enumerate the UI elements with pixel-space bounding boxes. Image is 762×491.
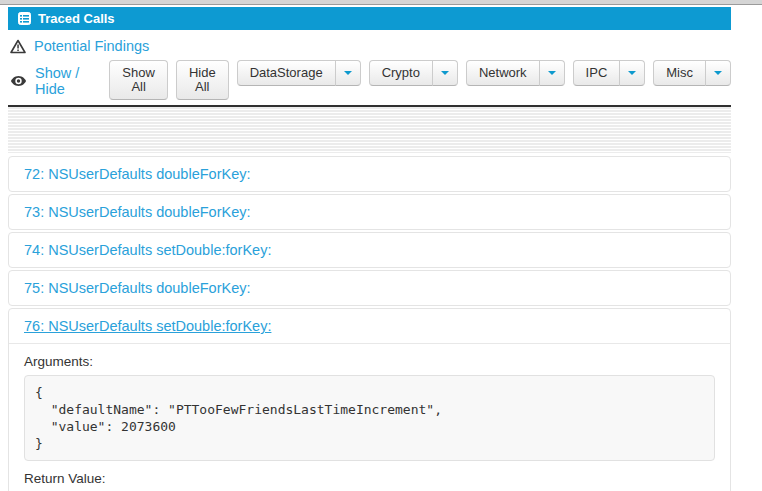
crypto-button-group: Crypto xyxy=(369,60,458,86)
eye-icon xyxy=(10,75,27,87)
warning-triangle-icon xyxy=(10,39,26,54)
traced-calls-panel: Traced Calls Potential Findings Show / H… xyxy=(8,7,731,491)
misc-button[interactable]: Misc xyxy=(653,60,706,86)
caret-down-icon xyxy=(344,71,352,75)
arguments-value: { "defaultName": "PTTooFewFriendsLastTim… xyxy=(24,375,715,461)
potential-findings-link[interactable]: Potential Findings xyxy=(34,38,149,54)
call-link-75[interactable]: 75: NSUserDefaults doubleForKey: xyxy=(24,280,250,296)
misc-button-group: Misc xyxy=(653,60,731,86)
return-value-label: Return Value: xyxy=(24,471,715,486)
ipc-dropdown-toggle[interactable] xyxy=(619,60,645,86)
datastorage-button-group: DataStorage xyxy=(237,60,361,86)
call-row-74: 74: NSUserDefaults setDouble:forKey: xyxy=(8,232,731,268)
call-link-72[interactable]: 72: NSUserDefaults doubleForKey: xyxy=(24,166,250,182)
crypto-dropdown-toggle[interactable] xyxy=(432,60,458,86)
call-link-73[interactable]: 73: NSUserDefaults doubleForKey: xyxy=(24,204,250,220)
traced-calls-header: Traced Calls xyxy=(8,7,731,30)
crypto-button[interactable]: Crypto xyxy=(369,60,433,86)
filter-toolbar: Show AllHide AllDataStorageCryptoNetwork… xyxy=(109,60,731,100)
caret-down-icon xyxy=(628,71,636,75)
call-row-73: 73: NSUserDefaults doubleForKey: xyxy=(8,194,731,230)
show-hide-row: Show / Hide Show AllHide AllDataStorageC… xyxy=(8,60,731,100)
misc-dropdown-toggle[interactable] xyxy=(705,60,731,86)
call-row-76: 76: NSUserDefaults setDouble:forKey: Arg… xyxy=(8,308,731,491)
call-row-header: 73: NSUserDefaults doubleForKey: xyxy=(9,195,730,229)
call-row-header: 74: NSUserDefaults setDouble:forKey: xyxy=(9,233,730,267)
window-top-strip xyxy=(0,0,762,5)
show-all-button[interactable]: Show All xyxy=(109,60,168,100)
datastorage-button[interactable]: DataStorage xyxy=(237,60,336,86)
call-row-header: 75: NSUserDefaults doubleForKey: xyxy=(9,271,730,305)
ipc-button-group: IPC xyxy=(573,60,646,86)
show-hide-link[interactable]: Show / Hide xyxy=(35,65,109,97)
network-button[interactable]: Network xyxy=(466,60,540,86)
collapsed-calls-region xyxy=(8,107,731,153)
list-icon xyxy=(18,12,31,25)
traced-calls-list: 72: NSUserDefaults doubleForKey:73: NSUs… xyxy=(8,156,731,491)
network-button-group: Network xyxy=(466,60,565,86)
call-link-76[interactable]: 76: NSUserDefaults setDouble:forKey: xyxy=(24,318,271,334)
arguments-label: Arguments: xyxy=(24,354,715,369)
caret-down-icon xyxy=(548,71,556,75)
caret-down-icon xyxy=(441,71,449,75)
panel-title: Traced Calls xyxy=(38,11,115,26)
hide-all-button[interactable]: Hide All xyxy=(176,60,229,100)
call-row-header: 72: NSUserDefaults doubleForKey: xyxy=(9,157,730,191)
show-hide-left: Show / Hide xyxy=(10,60,109,97)
datastorage-dropdown-toggle[interactable] xyxy=(335,60,361,86)
call-link-74[interactable]: 74: NSUserDefaults setDouble:forKey: xyxy=(24,242,271,258)
call-details: Arguments: { "defaultName": "PTTooFewFri… xyxy=(9,343,730,491)
call-row-72: 72: NSUserDefaults doubleForKey: xyxy=(8,156,731,192)
call-row-75: 75: NSUserDefaults doubleForKey: xyxy=(8,270,731,306)
caret-down-icon xyxy=(714,71,722,75)
call-row-header: 76: NSUserDefaults setDouble:forKey: xyxy=(9,309,730,343)
potential-findings-row: Potential Findings xyxy=(10,37,731,55)
network-dropdown-toggle[interactable] xyxy=(539,60,565,86)
ipc-button[interactable]: IPC xyxy=(573,60,621,86)
